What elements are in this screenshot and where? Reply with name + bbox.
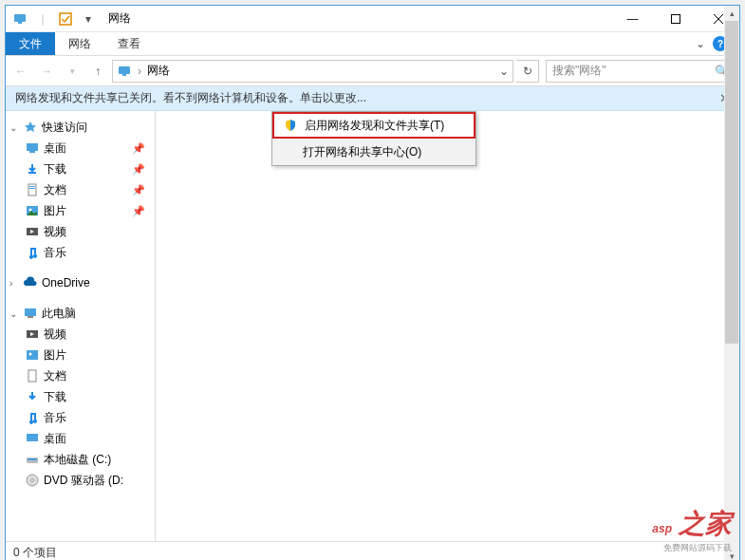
network-icon xyxy=(117,64,132,79)
tree-item-downloads[interactable]: 下载📌 xyxy=(6,159,155,179)
search-input[interactable]: 搜索"网络" 🔍 xyxy=(546,60,736,83)
tree-this-pc[interactable]: ⌄此电脑 xyxy=(6,303,155,324)
svg-point-19 xyxy=(29,353,32,356)
tree-label: 快速访问 xyxy=(42,120,87,136)
tree-item-music[interactable]: 音乐 xyxy=(6,407,155,428)
video-icon xyxy=(25,224,40,239)
video-icon xyxy=(25,327,40,342)
tab-view[interactable]: 查看 xyxy=(104,32,154,55)
pin-icon: 📌 xyxy=(132,205,151,217)
svg-rect-11 xyxy=(29,188,35,189)
svg-rect-18 xyxy=(27,350,38,360)
address-bar[interactable]: › 网络 ⌄ xyxy=(112,60,513,83)
star-icon xyxy=(23,120,38,135)
svg-rect-9 xyxy=(28,184,36,196)
properties-icon[interactable] xyxy=(55,9,76,29)
search-placeholder: 搜索"网络" xyxy=(552,63,606,79)
svg-rect-3 xyxy=(671,14,680,23)
picture-icon xyxy=(25,203,40,218)
chevron-right-icon[interactable]: › xyxy=(9,278,19,289)
svg-rect-15 xyxy=(25,308,36,316)
svg-rect-20 xyxy=(28,370,36,382)
refresh-button[interactable]: ↻ xyxy=(516,60,539,83)
tab-network[interactable]: 网络 xyxy=(55,32,104,55)
svg-rect-7 xyxy=(29,151,35,153)
svg-rect-2 xyxy=(60,13,71,25)
context-menu: 启用网络发现和文件共享(T) 打开网络和共享中心(O) xyxy=(271,111,476,166)
back-button[interactable]: ← xyxy=(9,60,32,83)
svg-rect-21 xyxy=(27,434,38,441)
tree-item-desktop[interactable]: 桌面📌 xyxy=(6,138,155,159)
document-icon xyxy=(25,368,40,383)
ribbon: 文件 网络 查看 ⌄ ? xyxy=(6,32,739,56)
tree-item-videos[interactable]: 视频 xyxy=(6,324,155,345)
window-controls: — xyxy=(611,6,739,32)
up-button[interactable]: ↑ xyxy=(86,60,109,83)
music-icon xyxy=(25,410,40,425)
disc-icon xyxy=(25,473,40,488)
music-icon xyxy=(25,245,40,260)
status-bar: 0 个项目 xyxy=(6,541,739,560)
tree-onedrive[interactable]: ›OneDrive xyxy=(6,272,155,293)
svg-rect-16 xyxy=(28,316,33,318)
cloud-icon xyxy=(23,275,38,290)
tree-item-documents[interactable]: 文档📌 xyxy=(6,179,155,200)
recent-dropdown[interactable]: ▾ xyxy=(61,60,84,83)
explorer-body: ⌄ 快速访问 桌面📌 下载📌 文档📌 图片📌 视频 音乐 ›OneDrive ⌄… xyxy=(6,111,739,541)
tree-item-pictures[interactable]: 图片📌 xyxy=(6,200,155,221)
network-icon xyxy=(9,9,30,29)
svg-point-25 xyxy=(31,479,34,482)
divider-icon: | xyxy=(32,9,53,29)
tree-item-pictures[interactable]: 图片 xyxy=(6,345,155,365)
menu-open-sharing-center[interactable]: 打开网络和共享中心(O) xyxy=(272,139,475,165)
tree-item-music[interactable]: 音乐 xyxy=(6,242,155,263)
info-bar[interactable]: 网络发现和文件共享已关闭。看不到网络计算机和设备。单击以更改... ✕ xyxy=(6,86,739,111)
titlebar: | ▾ 网络 — xyxy=(6,6,739,32)
pin-icon: 📌 xyxy=(132,142,151,155)
svg-rect-4 xyxy=(119,66,130,74)
ribbon-expand-icon[interactable]: ⌄ xyxy=(696,37,705,50)
breadcrumb-item[interactable]: 网络 xyxy=(147,63,170,79)
navigation-pane[interactable]: ⌄ 快速访问 桌面📌 下载📌 文档📌 图片📌 视频 音乐 ›OneDrive ⌄… xyxy=(6,111,156,541)
svg-rect-5 xyxy=(122,74,126,76)
tree-item-desktop[interactable]: 桌面 xyxy=(6,428,155,449)
document-icon xyxy=(25,182,40,197)
desktop-icon xyxy=(25,140,40,156)
picture-icon xyxy=(25,347,40,363)
info-bar-message: 网络发现和文件共享已关闭。看不到网络计算机和设备。单击以更改... xyxy=(15,90,366,106)
tree-item-dvd-drive-d[interactable]: DVD 驱动器 (D: xyxy=(6,470,155,491)
navigation-bar: ← → ▾ ↑ › 网络 ⌄ ↻ 搜索"网络" 🔍 xyxy=(6,56,739,86)
svg-rect-8 xyxy=(28,172,36,174)
qat-dropdown-icon[interactable]: ▾ xyxy=(78,9,99,29)
tree-item-videos[interactable]: 视频 xyxy=(6,221,155,242)
window-title: 网络 xyxy=(108,10,131,27)
svg-rect-23 xyxy=(28,458,37,460)
tree-item-documents[interactable]: 文档 xyxy=(6,365,155,386)
explorer-window: | ▾ 网络 — 文件 网络 查看 ⌄ ? ← → ▾ ↑ › 网络 ⌄ ↻ xyxy=(5,5,740,560)
download-icon xyxy=(25,389,40,404)
chevron-down-icon[interactable]: ⌄ xyxy=(9,122,19,133)
shield-icon xyxy=(284,119,297,132)
pin-icon: 📌 xyxy=(132,163,151,176)
tab-file[interactable]: 文件 xyxy=(6,32,55,55)
breadcrumb-separator: › xyxy=(138,65,141,78)
svg-rect-1 xyxy=(18,22,22,24)
status-item-count: 0 个项目 xyxy=(13,545,57,560)
tree-item-downloads[interactable]: 下载 xyxy=(6,386,155,407)
download-icon xyxy=(25,161,40,177)
maximize-button[interactable] xyxy=(654,6,697,32)
pc-icon xyxy=(23,306,38,321)
forward-button[interactable]: → xyxy=(35,60,58,83)
minimize-button[interactable]: — xyxy=(611,6,654,32)
svg-rect-10 xyxy=(29,186,35,187)
menu-enable-discovery[interactable]: 启用网络发现和文件共享(T) xyxy=(272,112,475,139)
pin-icon: 📌 xyxy=(132,184,151,196)
chevron-down-icon[interactable]: ⌄ xyxy=(9,308,19,319)
address-dropdown-icon[interactable]: ⌄ xyxy=(499,65,509,78)
content-pane[interactable]: 启用网络发现和文件共享(T) 打开网络和共享中心(O) xyxy=(156,111,739,541)
drive-icon xyxy=(25,452,40,467)
svg-rect-0 xyxy=(14,14,26,22)
menu-item-label: 打开网络和共享中心(O) xyxy=(303,144,421,160)
tree-quick-access[interactable]: ⌄ 快速访问 xyxy=(6,117,155,138)
tree-item-local-disk-c[interactable]: 本地磁盘 (C:) xyxy=(6,449,155,470)
